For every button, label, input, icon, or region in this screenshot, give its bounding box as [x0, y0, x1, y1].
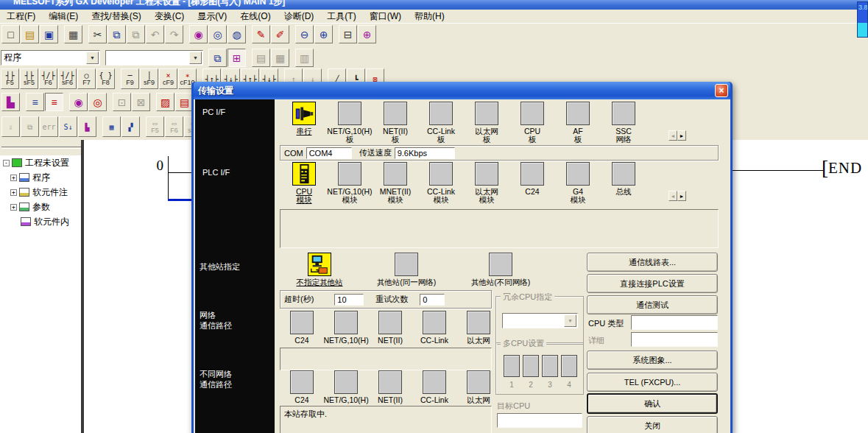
- menu-item[interactable]: 窗口(W): [363, 10, 408, 24]
- hw-option-icon[interactable]: [384, 162, 407, 186]
- hw-option-icon[interactable]: [467, 311, 490, 334]
- hw-option-icon[interactable]: [521, 102, 544, 125]
- copy-button[interactable]: ⧉: [107, 25, 126, 43]
- com-port-field[interactable]: COM4: [306, 147, 352, 159]
- redundant-cpu-combo[interactable]: ▼: [502, 313, 578, 328]
- hw-option-icon[interactable]: [384, 102, 407, 125]
- vertical-line-button[interactable]: │sF9: [140, 68, 158, 89]
- open-folder-button[interactable]: ▤: [21, 25, 39, 43]
- menu-item[interactable]: 帮助(H): [408, 10, 451, 24]
- verify-button[interactable]: ▥: [295, 49, 314, 67]
- hw-option-icon[interactable]: [566, 102, 590, 125]
- menu-item[interactable]: 诊断(D): [278, 10, 321, 24]
- zoom-in-button[interactable]: ⊕: [314, 25, 333, 43]
- tree-item[interactable]: +参数: [0, 200, 81, 214]
- hw-option-icon[interactable]: [566, 162, 590, 186]
- hw-option-icon[interactable]: [423, 370, 446, 394]
- hw-option-icon[interactable]: [378, 311, 402, 334]
- comm-test-button[interactable]: 通信测试: [587, 295, 718, 314]
- panel-splitter[interactable]: [81, 140, 84, 433]
- hw-option-icon[interactable]: [429, 102, 453, 125]
- redo-button[interactable]: ↷: [165, 25, 183, 43]
- horizontal-line-button[interactable]: ─F9: [121, 68, 139, 89]
- open-branch-button[interactable]: ┤├sF5: [20, 68, 38, 89]
- hw-option-icon[interactable]: [334, 370, 358, 394]
- ladder-selection-cursor[interactable]: [168, 199, 194, 201]
- menu-item[interactable]: 变换(C): [148, 10, 191, 24]
- ladder-insert-button[interactable]: ✐: [271, 25, 289, 43]
- menu-item[interactable]: 工程(F): [0, 10, 42, 24]
- chevron-down-icon[interactable]: ▼: [86, 52, 99, 64]
- block-list-button[interactable]: ▙: [78, 116, 96, 137]
- zoom-out-button[interactable]: ⊖: [295, 25, 314, 43]
- find-string-button[interactable]: ◍: [227, 25, 246, 43]
- program-combo[interactable]: 程序 ▼: [1, 50, 100, 66]
- closed-contact-button[interactable]: ┤/├F6: [39, 68, 57, 89]
- read-mode-button[interactable]: ⊡: [113, 93, 131, 111]
- closed-branch-button[interactable]: ┤/├sF6: [58, 68, 77, 89]
- retry-field[interactable]: 0: [420, 294, 445, 306]
- cpu-slot[interactable]: [504, 355, 520, 377]
- dialog-title-bar[interactable]: 传输设置 ×: [194, 82, 730, 99]
- timeout-field[interactable]: 10: [334, 294, 364, 306]
- block-select-button[interactable]: ▦: [102, 116, 121, 137]
- find-instruction-button[interactable]: ◎: [208, 25, 227, 43]
- save-button[interactable]: ▣: [40, 25, 58, 43]
- tree-item[interactable]: +软元件注: [0, 185, 81, 200]
- tree-item[interactable]: 软元件内: [0, 214, 81, 229]
- expand-icon[interactable]: +: [10, 175, 17, 181]
- cpu-slot[interactable]: [561, 355, 577, 377]
- monitor-mode-button[interactable]: ▨: [156, 93, 174, 111]
- step-run-button[interactable]: S↓: [59, 116, 77, 137]
- hw-option-icon[interactable]: [334, 311, 358, 334]
- find-circuit-button[interactable]: ◉: [69, 93, 88, 111]
- cpu-slot[interactable]: [523, 355, 539, 377]
- menu-item[interactable]: 在线(O): [233, 10, 277, 24]
- hw-option-icon[interactable]: [423, 311, 446, 334]
- system-image-button[interactable]: 系统图象...: [587, 351, 718, 370]
- scroll-right-icon[interactable]: ►: [677, 191, 686, 201]
- cut-button[interactable]: ✂: [88, 25, 107, 43]
- project-data-list-button[interactable]: ⧉: [208, 49, 227, 67]
- copy-program-button[interactable]: ⇩: [1, 116, 20, 137]
- print-button[interactable]: ▦: [64, 25, 82, 43]
- error-jump-button[interactable]: err: [40, 116, 58, 137]
- menu-item[interactable]: 工具(T): [320, 10, 362, 24]
- collapse-icon[interactable]: -: [3, 160, 10, 166]
- hw-option-icon[interactable]: [290, 311, 314, 334]
- close-button[interactable]: 关闭: [587, 416, 718, 433]
- sfc-f5-button[interactable]: ▭F5: [146, 116, 164, 137]
- device-comment-button[interactable]: ▤: [252, 49, 270, 67]
- coil-button[interactable]: ○F7: [77, 68, 96, 89]
- paste-button[interactable]: ⧉: [127, 25, 145, 43]
- hw-option-icon[interactable]: [489, 253, 512, 276]
- ladder-edit-button[interactable]: ≡: [45, 93, 63, 111]
- tree-root-item[interactable]: -工程未设置: [0, 155, 81, 170]
- menu-item[interactable]: 查找/替换(S): [85, 10, 147, 24]
- delete-horizontal-line-button[interactable]: ×cF9: [159, 68, 177, 89]
- project-tree-toggle-button[interactable]: ⊞: [227, 49, 246, 67]
- hw-option-icon[interactable]: [612, 162, 635, 186]
- secondary-combo[interactable]: ▼: [105, 50, 203, 66]
- transfer-program-button[interactable]: ⧉: [21, 116, 39, 137]
- monitor-window-button[interactable]: ⊕: [358, 25, 376, 43]
- undo-button[interactable]: ↶: [146, 25, 164, 43]
- chevron-down-icon[interactable]: ▼: [189, 52, 202, 64]
- open-contact-button[interactable]: ┤├F5: [1, 68, 19, 89]
- no-other-station-icon[interactable]: [308, 253, 331, 276]
- direct-plc-connect-button[interactable]: 直接连接PLC设置: [587, 274, 718, 293]
- application-instruction-button[interactable]: { }F8: [96, 68, 115, 89]
- menu-item[interactable]: 编辑(E): [42, 10, 85, 24]
- comm-line-table-button[interactable]: 通信线路表...: [587, 253, 718, 272]
- find-device-button[interactable]: ◉: [189, 25, 208, 43]
- expand-icon[interactable]: +: [10, 189, 17, 196]
- hw-option-icon[interactable]: [429, 162, 453, 186]
- hw-option-icon[interactable]: [467, 370, 490, 394]
- tree-item[interactable]: +程序: [0, 170, 81, 185]
- hw-option-icon[interactable]: [378, 370, 402, 394]
- ladder-logo-button[interactable]: ▙: [1, 93, 20, 111]
- hw-option-icon[interactable]: [395, 253, 418, 276]
- sfc-f6-button[interactable]: ▭F6: [165, 116, 183, 137]
- ok-button[interactable]: 确认: [587, 393, 718, 414]
- block-monitor-button[interactable]: ▞: [121, 116, 140, 137]
